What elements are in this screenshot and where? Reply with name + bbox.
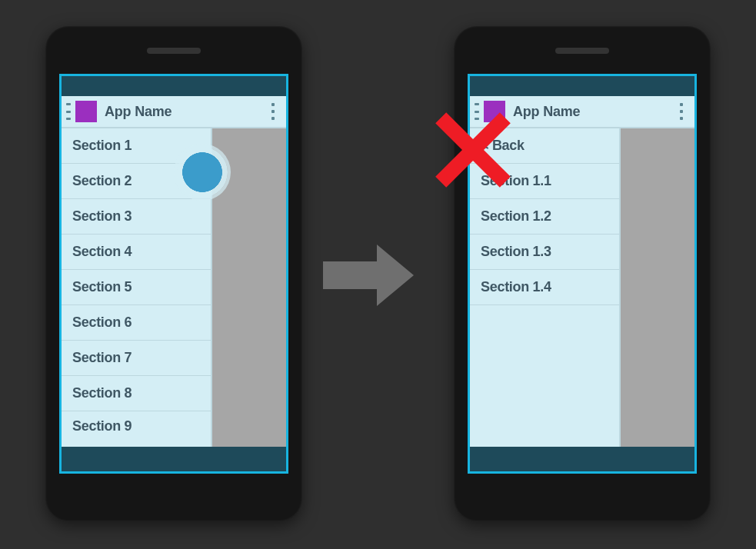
drawer-item[interactable]: Section 9	[62, 411, 211, 434]
drawer-indicator-icon[interactable]	[475, 103, 479, 120]
navigation-drawer[interactable]: Section 1 Section 2 Section 3 Section 4 …	[62, 128, 212, 447]
android-status-bar	[470, 76, 694, 96]
drawer-item[interactable]: Section 1.1	[470, 164, 619, 199]
content-area: < Back Section 1.1 Section 1.2 Section 1…	[470, 128, 694, 447]
drawer-item[interactable]: Section 4	[62, 235, 211, 270]
drawer-item[interactable]: Section 6	[62, 305, 211, 341]
drawer-item[interactable]: Section 2	[62, 164, 211, 199]
app-icon[interactable]	[75, 101, 97, 122]
drawer-item[interactable]: Section 8	[62, 376, 211, 411]
drawer-item[interactable]: Section 1.2	[470, 199, 619, 235]
overflow-menu-icon[interactable]	[268, 103, 278, 120]
phone-screen: App Name Section 1 Section 2 Section 3 S…	[59, 74, 288, 474]
drawer-item[interactable]: Section 1.3	[470, 235, 619, 270]
android-navigation-bar	[62, 447, 286, 471]
app-title: App Name	[105, 104, 172, 120]
android-status-bar	[62, 76, 286, 96]
navigation-drawer[interactable]: < Back Section 1.1 Section 1.2 Section 1…	[470, 128, 621, 447]
app-title: App Name	[513, 104, 580, 120]
drawer-item[interactable]: Section 1	[62, 128, 211, 164]
phone-screen: App Name < Back Section 1.1 Section 1.2 …	[468, 74, 697, 474]
action-bar: App Name	[470, 96, 694, 128]
drawer-indicator-icon[interactable]	[66, 103, 71, 120]
content-area: Section 1 Section 2 Section 3 Section 4 …	[62, 128, 286, 447]
phone-speaker	[555, 48, 609, 54]
overflow-menu-icon[interactable]	[676, 103, 687, 120]
drawer-item[interactable]: Section 1.4	[470, 270, 619, 305]
app-icon[interactable]	[484, 101, 505, 122]
phone-right: App Name < Back Section 1.1 Section 1.2 …	[454, 26, 711, 521]
drawer-item[interactable]: Section 7	[62, 341, 211, 376]
action-bar: App Name	[62, 96, 286, 128]
arrow-right-icon	[323, 245, 423, 306]
phone-left: App Name Section 1 Section 2 Section 3 S…	[45, 26, 302, 521]
android-navigation-bar	[470, 447, 694, 471]
phone-speaker	[147, 48, 201, 54]
drawer-item[interactable]: Section 3	[62, 199, 211, 235]
drawer-item[interactable]: Section 5	[62, 270, 211, 305]
drawer-back-item[interactable]: < Back	[470, 128, 619, 164]
